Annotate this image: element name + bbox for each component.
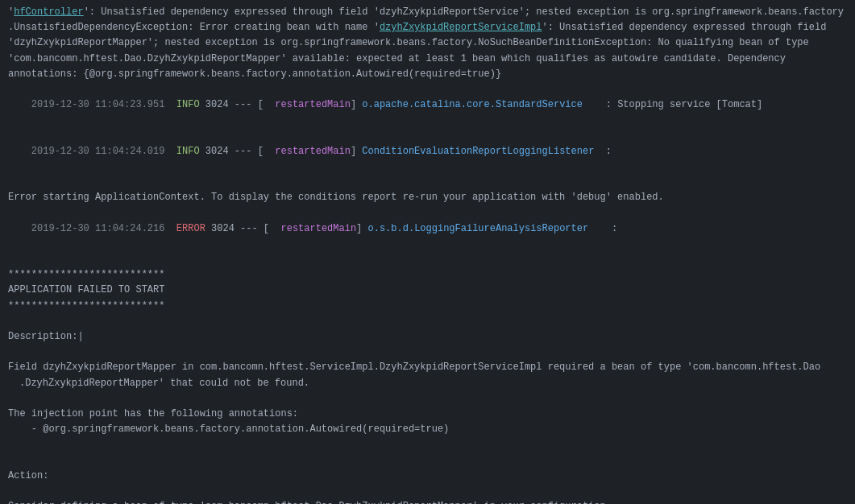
timestamp: 2019-12-30 11:04:23.951 (31, 99, 176, 110)
log-line: annotations: {@org.springframework.beans… (8, 67, 847, 82)
asterisk-line: *************************** (8, 299, 847, 314)
timestamp: 2019-12-30 11:04:24.019 (31, 146, 176, 157)
text-span: - @org.springframework.beans.factory.ann… (8, 423, 449, 435)
log-line: Action: (8, 469, 847, 484)
log-line: Field dzyhZxykpidReportMapper in com.ban… (8, 360, 847, 375)
text-span: Consider defining a bean of type 'com.ba… (8, 501, 612, 504)
log-line: The injection point has the following an… (8, 407, 847, 422)
log-line (8, 437, 847, 452)
text-span: ] (351, 146, 362, 157)
log-line (8, 345, 847, 360)
log-line: Error starting ApplicationContext. To di… (8, 190, 847, 205)
timestamp: 2019-12-30 11:04:24.216 (31, 223, 176, 234)
text-span: ] (356, 223, 367, 234)
log-level: INFO (176, 146, 200, 157)
log-line (8, 252, 847, 267)
text-span: : (600, 146, 612, 157)
text-span: Description: (8, 331, 77, 342)
log-line: 'dzyhZxykpidReportMapper'; nested except… (8, 35, 847, 51)
thread-name: restartedMain (280, 223, 356, 234)
class-name: o.s.b.d.LoggingFailureAnalysisReporter (368, 223, 606, 234)
log-level: ERROR (176, 223, 205, 234)
text-span: : (606, 223, 617, 234)
text-span: ': Unsatisfied dependency expressed thro… (84, 6, 844, 18)
log-line-info: 2019-12-30 11:04:24.019 INFO 3024 --- [ … (8, 129, 847, 176)
text-span: ] (351, 99, 362, 110)
text-span: .UnsatisfiedDependencyException: Error c… (8, 22, 380, 33)
log-line: .DzyhZxykpidReportMapper' that could not… (8, 376, 847, 391)
log-line (8, 391, 847, 407)
log-line: 'com.bancomn.hftest.Dao.DzyhZxykpidRepor… (8, 52, 847, 67)
console-container: 'hfController': Unsatisfied dependency e… (0, 0, 855, 504)
text-span: annotations: {@org.springframework.beans… (8, 68, 501, 80)
text-span: *************************** (8, 300, 164, 312)
text-span: .DzyhZxykpidReportMapper' that could not… (19, 378, 309, 389)
log-line: .UnsatisfiedDependencyException: Error c… (8, 20, 847, 35)
cursor (77, 331, 83, 342)
log-line (8, 484, 847, 499)
link-span[interactable]: dzyhZxykpidReportServiceImpl (380, 22, 542, 33)
log-line-info: 2019-12-30 11:04:23.951 INFO 3024 --- [ … (8, 82, 847, 129)
thread-name: restartedMain (275, 146, 351, 157)
log-line (8, 175, 847, 190)
log-line-error: 2019-12-30 11:04:24.216 ERROR 3024 --- [… (8, 205, 847, 252)
app-failed-line: APPLICATION FAILED TO START (8, 283, 847, 298)
asterisk-line: *************************** (8, 267, 847, 283)
description-line: Description: (8, 329, 847, 345)
text-span: ': Unsatisfied dependency expressed thro… (542, 22, 827, 33)
thread-name: restartedMain (275, 99, 351, 110)
text-span: Field dzyhZxykpidReportMapper in com.ban… (8, 361, 820, 373)
link-span[interactable]: hfController (14, 6, 83, 18)
text-span: 'dzyhZxykpidReportMapper'; nested except… (8, 37, 809, 48)
text-span: Error starting ApplicationContext. To di… (8, 192, 664, 203)
log-line: - @org.springframework.beans.factory.ann… (8, 422, 847, 437)
log-line: Consider defining a bean of type 'com.ba… (8, 499, 847, 504)
text-span: 3024 --- [ (200, 146, 276, 157)
text-span: *************************** (8, 269, 164, 280)
text-span: : Stopping service [Tomcat] (600, 99, 763, 110)
text-span: 'com.bancomn.hftest.Dao.DzyhZxykpidRepor… (8, 53, 786, 64)
log-line (8, 452, 847, 468)
class-name: o.apache.catalina.core.StandardService (362, 99, 600, 110)
text-span: The injection point has the following an… (8, 408, 298, 419)
log-line (8, 314, 847, 329)
log-line: 'hfController': Unsatisfied dependency e… (8, 5, 847, 20)
text-span: Action: (8, 470, 48, 481)
text-span: 3024 --- [ (200, 99, 276, 110)
log-level: INFO (176, 99, 200, 110)
text-span: APPLICATION FAILED TO START (8, 284, 164, 295)
text-span: 3024 --- [ (205, 223, 281, 234)
class-name: ConditionEvaluationReportLoggingListener (362, 146, 600, 157)
